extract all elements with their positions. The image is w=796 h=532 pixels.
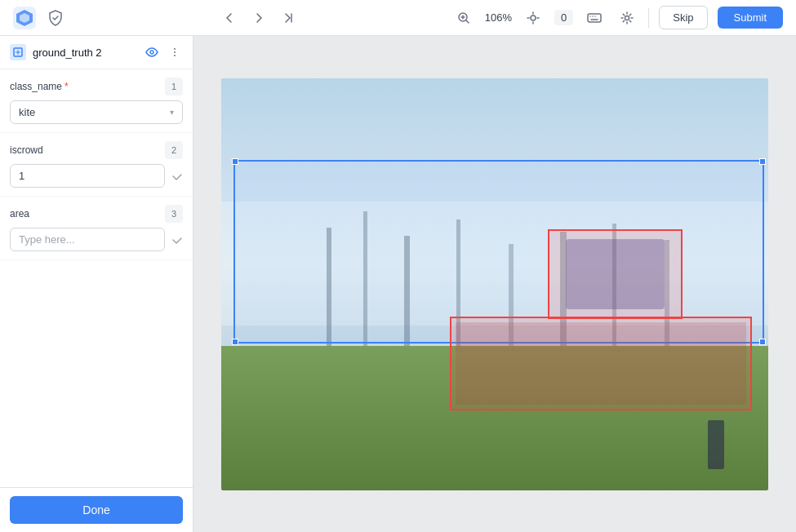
red-bounding-box-small[interactable]	[548, 229, 683, 319]
check-icon-3	[170, 233, 185, 247]
next-button[interactable]	[247, 7, 270, 29]
chevron-down-icon: ▾	[170, 108, 174, 117]
divider	[648, 8, 649, 28]
svg-point-20	[150, 51, 153, 54]
skip-button[interactable]: Skip	[659, 6, 707, 29]
annotation-header: ground_truth 2	[0, 36, 193, 69]
annotation-icon	[10, 44, 26, 60]
svg-point-22	[174, 51, 176, 53]
field-label-3: area	[10, 208, 29, 219]
svg-rect-11	[588, 14, 601, 22]
svg-point-6	[531, 16, 536, 20]
settings-button[interactable]	[616, 7, 638, 29]
field-header-2: iscrowd 2	[10, 141, 183, 159]
required-star-1: *	[64, 81, 69, 92]
field-class-name: class_name * 1 kite ▾	[0, 69, 193, 133]
top-header: 106% 0	[0, 0, 796, 36]
keyboard-button[interactable]	[583, 7, 606, 29]
field-row-2	[10, 164, 183, 188]
logo-icon	[13, 7, 36, 29]
brightness-button[interactable]	[522, 7, 545, 29]
done-btn-wrap: Done	[0, 487, 193, 532]
header-left	[13, 7, 65, 29]
shield-icon	[46, 8, 65, 28]
kite-shape	[566, 239, 665, 309]
handle-tl[interactable]	[232, 158, 238, 165]
last-button[interactable]	[277, 7, 300, 29]
counter-display: 0	[554, 10, 573, 25]
field-header-3: area 3	[10, 205, 183, 223]
check-icon-2	[170, 169, 185, 184]
canvas-area	[193, 36, 796, 532]
image-container	[221, 78, 768, 490]
header-right: 106% 0	[452, 6, 783, 29]
prev-button[interactable]	[218, 7, 241, 29]
field-iscrowd: iscrowd 2	[0, 133, 193, 197]
done-button[interactable]: Done	[10, 496, 183, 524]
handle-bl[interactable]	[232, 339, 238, 345]
field-area: area 3	[0, 197, 193, 260]
field-label-2: iscrowd	[10, 144, 43, 156]
red-bounding-box-large[interactable]	[450, 317, 752, 410]
area-input[interactable]	[10, 228, 165, 251]
handle-tr[interactable]	[759, 158, 766, 165]
submit-button[interactable]: Submit	[718, 7, 783, 29]
zoom-level: 106%	[485, 11, 512, 24]
main-content: ground_truth 2	[0, 36, 796, 532]
field-number-3: 3	[165, 205, 183, 223]
svg-line-3	[465, 20, 469, 23]
object-dark	[708, 420, 724, 469]
more-options-button[interactable]	[167, 44, 183, 60]
field-number-1: 1	[165, 78, 183, 95]
class-name-select[interactable]: kite ▾	[10, 100, 183, 124]
sidebar: ground_truth 2	[0, 36, 193, 532]
handle-br[interactable]	[759, 339, 766, 345]
iscrowd-input[interactable]	[10, 164, 165, 188]
field-row-3	[10, 228, 183, 251]
field-header-1: class_name * 1	[10, 78, 183, 95]
svg-point-21	[174, 48, 176, 50]
header-center	[218, 7, 300, 29]
field-row-1: kite ▾	[10, 100, 183, 124]
zoom-in-button[interactable]	[452, 7, 475, 29]
field-number-2: 2	[165, 141, 183, 159]
visibility-button[interactable]	[144, 44, 160, 60]
annotation-title: ground_truth 2	[33, 47, 137, 59]
large-box-fill	[456, 322, 746, 405]
svg-point-23	[174, 55, 176, 56]
field-label-1: class_name *	[10, 81, 69, 92]
svg-point-16	[625, 16, 629, 20]
